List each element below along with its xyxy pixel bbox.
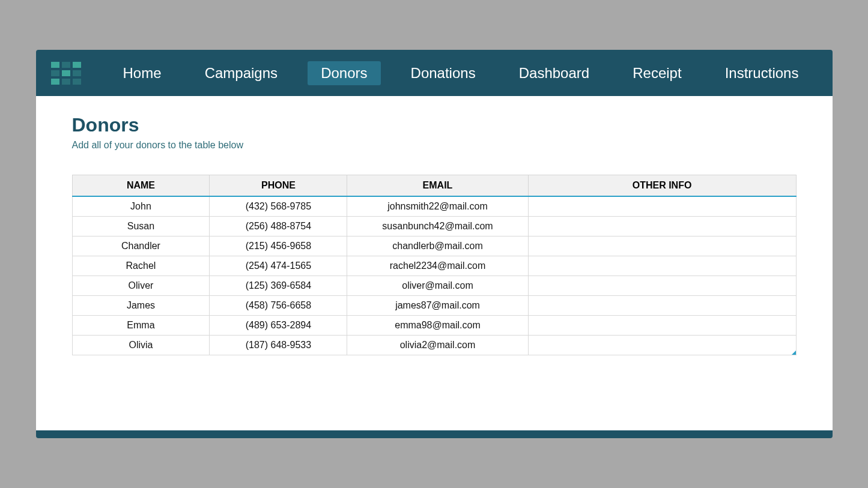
donors-table[interactable]: NAMEPHONEEMAILOTHER INFO John(432) 568-9… <box>72 175 797 355</box>
nav-item-instructions[interactable]: Instructions <box>712 61 812 85</box>
table-row[interactable]: James(458) 756-6658james87@mail.com <box>72 296 796 316</box>
table-row[interactable]: Susan(256) 488-8754susanbunch42@mail.com <box>72 217 796 236</box>
table-row[interactable]: Rachel(254) 474-1565rachel2234@mail.com <box>72 256 796 276</box>
nav-item-home[interactable]: Home <box>110 61 175 85</box>
nav-item-dashboard[interactable]: Dashboard <box>506 61 602 85</box>
cell-phone[interactable]: (256) 488-8754 <box>210 217 347 236</box>
cell-other[interactable] <box>528 336 796 355</box>
nav-item-campaigns[interactable]: Campaigns <box>192 61 291 85</box>
cell-email[interactable]: susanbunch42@mail.com <box>347 217 528 236</box>
page-subtitle: Add all of your donors to the table belo… <box>72 140 797 151</box>
nav-item-receipt[interactable]: Receipt <box>619 61 694 85</box>
cell-email[interactable]: emma98@mail.com <box>347 316 528 336</box>
col-header-email[interactable]: EMAIL <box>347 175 528 197</box>
topbar: HomeCampaignsDonorsDonationsDashboardRec… <box>36 50 833 96</box>
cell-other[interactable] <box>528 236 796 256</box>
cell-name[interactable]: Emma <box>72 316 210 336</box>
cell-phone[interactable]: (432) 568-9785 <box>210 196 347 217</box>
cell-other[interactable] <box>528 256 796 276</box>
cell-phone[interactable]: (215) 456-9658 <box>210 236 347 256</box>
cell-other[interactable] <box>528 316 796 336</box>
main-nav: HomeCampaignsDonorsDonationsDashboardRec… <box>102 61 821 85</box>
table-row[interactable]: Olivia(187) 648-9533olivia2@mail.com <box>72 336 796 355</box>
cell-phone[interactable]: (254) 474-1565 <box>210 256 347 276</box>
table-header-row: NAMEPHONEEMAILOTHER INFO <box>72 175 796 197</box>
cell-name[interactable]: Olivia <box>72 336 210 355</box>
app-frame: HomeCampaignsDonorsDonationsDashboardRec… <box>36 50 833 438</box>
cell-name[interactable]: Rachel <box>72 256 210 276</box>
nav-item-donors[interactable]: Donors <box>308 61 380 85</box>
table-row[interactable]: John(432) 568-9785johnsmith22@mail.com <box>72 196 796 217</box>
frame-bottom-border <box>36 430 833 438</box>
col-header-name[interactable]: NAME <box>72 175 210 197</box>
cell-other[interactable] <box>528 217 796 236</box>
col-header-other-info[interactable]: OTHER INFO <box>528 175 796 197</box>
cell-email[interactable]: oliver@mail.com <box>347 276 528 296</box>
cell-other[interactable] <box>528 196 796 217</box>
nav-item-donations[interactable]: Donations <box>398 61 489 85</box>
cell-name[interactable]: Oliver <box>72 276 210 296</box>
cell-email[interactable]: james87@mail.com <box>347 296 528 316</box>
table-row[interactable]: Chandler(215) 456-9658chandlerb@mail.com <box>72 236 796 256</box>
col-header-phone[interactable]: PHONE <box>210 175 347 197</box>
page-title: Donors <box>72 114 797 136</box>
table-row[interactable]: Oliver(125) 369-6584oliver@mail.com <box>72 276 796 296</box>
table-body: John(432) 568-9785johnsmith22@mail.comSu… <box>72 196 796 355</box>
cell-name[interactable]: James <box>72 296 210 316</box>
cell-email[interactable]: johnsmith22@mail.com <box>347 196 528 217</box>
sheet-body: Donors Add all of your donors to the tab… <box>36 96 833 430</box>
cell-email[interactable]: olivia2@mail.com <box>347 336 528 355</box>
cell-email[interactable]: rachel2234@mail.com <box>347 256 528 276</box>
cell-email[interactable]: chandlerb@mail.com <box>347 236 528 256</box>
cell-phone[interactable]: (458) 756-6658 <box>210 296 347 316</box>
table-row[interactable]: Emma(489) 653-2894emma98@mail.com <box>72 316 796 336</box>
logo-icon <box>51 62 86 85</box>
table-resize-handle-icon[interactable] <box>792 351 796 355</box>
cell-other[interactable] <box>528 296 796 316</box>
cell-other[interactable] <box>528 276 796 296</box>
cell-phone[interactable]: (187) 648-9533 <box>210 336 347 355</box>
cell-name[interactable]: Susan <box>72 217 210 236</box>
cell-phone[interactable]: (125) 369-6584 <box>210 276 347 296</box>
cell-name[interactable]: Chandler <box>72 236 210 256</box>
cell-phone[interactable]: (489) 653-2894 <box>210 316 347 336</box>
cell-name[interactable]: John <box>72 196 210 217</box>
